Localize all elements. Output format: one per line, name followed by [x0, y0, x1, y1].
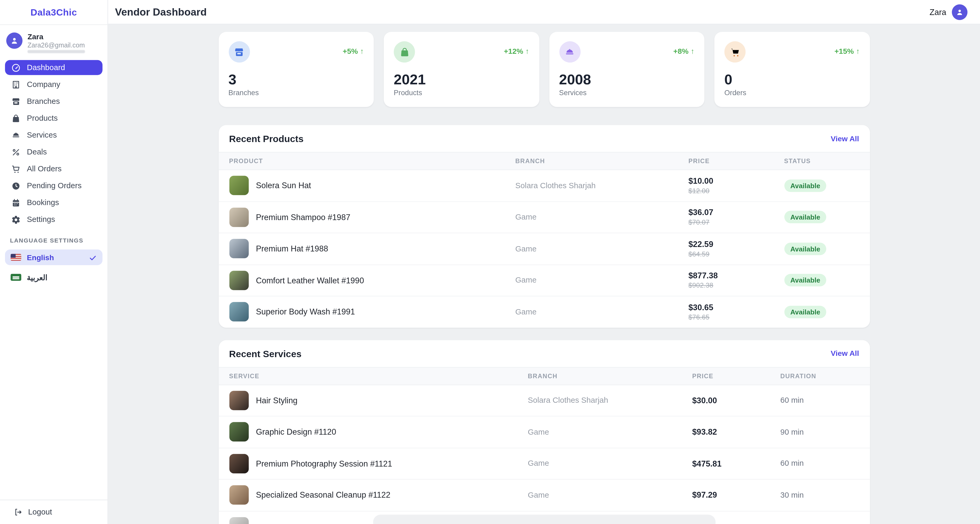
- branch-cell: Game: [528, 491, 692, 500]
- service-name: Premium Photography Session #1121: [256, 459, 392, 468]
- sidebar-item-branches[interactable]: Branches: [5, 94, 102, 109]
- stat-card-top: +12% ↑: [394, 41, 529, 63]
- current-price: $877.38: [688, 271, 784, 280]
- clock-icon: [11, 181, 21, 191]
- status-cell: Available: [784, 274, 859, 287]
- gauge-icon: [11, 63, 21, 72]
- duration-cell: 30 min: [780, 491, 859, 500]
- duration-cell: 60 min: [780, 459, 859, 468]
- old-price: $64.59: [688, 249, 784, 258]
- stat-value: 2021: [394, 71, 529, 88]
- sidebar: Dala3Chic Zara Zara26@gmail.com Dashboar…: [0, 0, 108, 524]
- branch-cell: Solara Clothes Sharjah: [528, 396, 692, 405]
- topbar-user-name: Zara: [929, 7, 946, 17]
- language-label: العربية: [27, 273, 97, 282]
- language-settings-heading: LANGUAGE SETTINGS: [0, 237, 108, 244]
- product-row: Solera Sun HatSolara Clothes Sharjah$10.…: [218, 170, 870, 202]
- column-header-duration: DURATION: [780, 373, 859, 379]
- logout-label: Logout: [28, 508, 52, 516]
- sidebar-item-label: Settings: [27, 215, 55, 224]
- storefront-icon: [228, 41, 250, 63]
- stat-card-products: +12% ↑2021Products: [384, 32, 539, 107]
- service-cell: Hair Styling: [229, 391, 528, 410]
- old-price: $70.07: [688, 218, 784, 226]
- current-price: $10.00: [688, 176, 784, 186]
- old-price: $902.38: [688, 281, 784, 290]
- language-label: English: [27, 253, 83, 262]
- column-header-branch: BRANCH: [515, 158, 688, 164]
- product-thumbnail: [229, 302, 248, 322]
- sidebar-item-bookings[interactable]: Bookings: [5, 195, 102, 210]
- app-screen: Dala3Chic Zara Zara26@gmail.com Dashboar…: [0, 0, 980, 524]
- language-options: Englishالعربية: [0, 250, 108, 285]
- language-option-us[interactable]: English: [5, 250, 102, 265]
- storefront-icon: [11, 97, 21, 106]
- stat-value: 3: [228, 71, 364, 88]
- old-price: $76.65: [688, 312, 784, 321]
- product-name: Superior Body Wash #1991: [256, 307, 355, 317]
- status-badge: Available: [784, 306, 826, 318]
- service-name: Hair Styling: [256, 396, 298, 405]
- trend-badge: +15% ↑: [834, 47, 860, 56]
- page-title: Vendor Dashboard: [115, 6, 207, 18]
- service-thumbnail: [229, 517, 248, 524]
- price-cell: $877.38$902.38: [688, 271, 784, 290]
- sidebar-item-label: Services: [27, 131, 57, 139]
- service-thumbnail: [229, 422, 248, 442]
- sidebar-item-dashboard[interactable]: Dashboard: [5, 60, 102, 75]
- calendar-icon: [11, 198, 21, 207]
- stat-card-top: +5% ↑: [228, 41, 364, 63]
- branch-cell: Game: [528, 427, 692, 436]
- shopping-bag-icon: [394, 41, 415, 63]
- service-row: Specialized Seasonal Cleanup #1122Game$9…: [218, 480, 870, 511]
- sidebar-item-all-orders[interactable]: All Orders: [5, 161, 102, 176]
- status-cell: Available: [784, 211, 859, 223]
- sidebar-item-label: Deals: [27, 148, 47, 156]
- sidebar-item-settings[interactable]: Settings: [5, 212, 102, 227]
- product-cell: Superior Body Wash #1991: [229, 302, 515, 322]
- stat-label: Orders: [724, 89, 860, 96]
- products-view-all-link[interactable]: View All: [830, 134, 859, 143]
- logout-icon: [14, 508, 22, 516]
- duration-cell: 90 min: [780, 427, 859, 436]
- recent-services-panel: Recent Services View All SERVICEBRANCHPR…: [218, 340, 870, 524]
- product-thumbnail: [229, 207, 248, 227]
- service-cell: Specialized Seasonal Cleanup #1122: [229, 486, 528, 505]
- sidebar-item-products[interactable]: Products: [5, 111, 102, 126]
- product-name: Solera Sun Hat: [256, 181, 311, 190]
- product-row: Premium Shampoo #1987Game$36.07$70.07Ava…: [218, 202, 870, 233]
- content-scroll-area[interactable]: +5% ↑3Branches+12% ↑2021Products+8% ↑200…: [108, 24, 980, 524]
- sidebar-item-services[interactable]: Services: [5, 127, 102, 143]
- column-header-price: PRICE: [692, 373, 780, 379]
- topbar-user: Zara: [929, 4, 967, 19]
- price-cell: $36.07$70.07: [688, 208, 784, 226]
- old-price: $12.00: [688, 186, 784, 195]
- current-price: $36.07: [688, 208, 784, 217]
- top-bar: Vendor Dashboard Zara: [108, 0, 980, 24]
- user-meta: Zara Zara26@gmail.com: [27, 32, 85, 53]
- stat-value: 2008: [559, 71, 694, 88]
- column-header-price: PRICE: [688, 158, 784, 164]
- price-cell: $475.81: [692, 459, 780, 468]
- branch-cell: Solara Clothes Sharjah: [515, 181, 688, 190]
- shopping-bag-icon: [11, 114, 21, 123]
- recent-products-title: Recent Products: [229, 133, 304, 143]
- duration-cell: 60 min: [780, 396, 859, 405]
- logout-button[interactable]: Logout: [0, 500, 108, 524]
- recent-products-panel: Recent Products View All PRODUCTBRANCHPR…: [218, 125, 870, 327]
- product-thumbnail: [229, 271, 248, 290]
- building-icon: [11, 80, 21, 89]
- sidebar-item-company[interactable]: Company: [5, 77, 102, 92]
- services-view-all-link[interactable]: View All: [830, 349, 859, 358]
- sidebar-item-pending-orders[interactable]: Pending Orders: [5, 178, 102, 193]
- flag-sa-icon: [11, 274, 21, 281]
- status-cell: Available: [784, 242, 859, 255]
- recent-services-header: Recent Services View All: [218, 340, 870, 366]
- stat-label: Products: [394, 89, 529, 96]
- stat-cards: +5% ↑3Branches+12% ↑2021Products+8% ↑200…: [218, 32, 870, 107]
- sidebar-item-label: Company: [27, 80, 60, 89]
- service-thumbnail: [229, 391, 248, 410]
- sidebar-item-deals[interactable]: Deals: [5, 145, 102, 159]
- language-option-sa[interactable]: العربية: [5, 270, 102, 285]
- topbar-avatar-button[interactable]: [952, 4, 967, 19]
